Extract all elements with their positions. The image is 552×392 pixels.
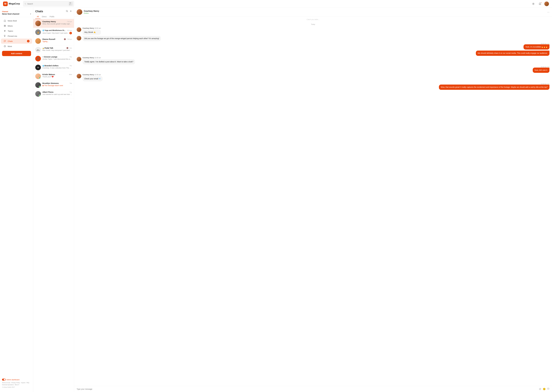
more-circle-icon <box>4 45 6 48</box>
svg-rect-3 <box>4 26 6 26</box>
sidebar-item-topics[interactable]: Topics <box>1 28 32 34</box>
message-row-sent: 10:32 am✓✓ Sure, let's see it. <box>77 65 549 73</box>
sidebar-item-mixes[interactable]: Mixes <box>1 23 32 28</box>
message-content: Courtney Henry 10:02 am Hey, Brook 🤙 <box>83 27 101 35</box>
chat-time: Thu <box>70 56 72 58</box>
sidebar-item-label: More <box>8 45 12 47</box>
svg-point-7 <box>5 46 5 46</box>
chat-preview: Courtney: A new collection from The Nort… <box>42 67 72 69</box>
sidebar-item-label: Pinned mix <box>8 35 17 37</box>
logo-icon: M <box>3 1 8 6</box>
more-footer-link[interactable]: More ▾ <box>15 384 19 386</box>
terms-link[interactable]: Terms of Use <box>2 382 10 384</box>
chat-item-branded[interactable]: TNF 🌐Branded clothes Thu Courtney: A new… <box>33 63 74 72</box>
search-bar[interactable]: ⌘ F <box>23 1 74 7</box>
attachment-button[interactable] <box>547 387 549 391</box>
message-time: 11:03 am✓✓ <box>439 83 549 84</box>
chat-name: Dianne Russell <box>42 38 55 40</box>
user-avatar[interactable] <box>544 1 549 6</box>
message-content: 11:03 am✓✓ Wow, that sounds great! It re… <box>439 82 549 90</box>
date-divider: Today <box>77 23 549 25</box>
chat-detail: Courtney Henry Online ··· Catch you latt… <box>74 8 552 392</box>
chats-tabs: All Direct Public <box>33 13 74 19</box>
chats-badge: 2 <box>27 40 29 42</box>
search-input[interactable] <box>27 3 68 5</box>
message-row: Courtney Henry 10:02 am Hey, Brook 🤙 <box>77 27 549 35</box>
admin-toggle-icon <box>2 378 6 381</box>
mention-button[interactable]: @ <box>539 388 541 390</box>
chat-item-courtney[interactable]: Courtney Henry 7:32 pm Wow, that sounds … <box>33 19 74 28</box>
channel-selector[interactable]: Channel News feed channel ▾ <box>0 10 33 17</box>
notification-dot <box>541 2 542 3</box>
message-bubble: Totally agree. I've drafted a post about… <box>83 59 135 64</box>
sidebar-item-news-feed[interactable]: News feed <box>1 18 32 23</box>
message-bubble: Did you see the footage we got of the or… <box>83 36 161 41</box>
chat-item-dianne[interactable]: Dianne Russell 🔇 7:32 pm Typing... <box>33 37 74 45</box>
svg-point-6 <box>4 46 5 46</box>
message-content: 10:32 am✓✓ Sure, let's see it. <box>533 65 549 73</box>
faq-link[interactable]: FAQ <box>27 382 29 384</box>
chat-info: 🔒Pedal Talk 🔇 Sun Max Smith: Hey everyon… <box>42 47 72 51</box>
message-row-sent: 11:03 am✓✓ Wow, that sounds great! It re… <box>77 82 549 90</box>
chats-search-button[interactable] <box>66 10 68 13</box>
chat-info: 👁Groove Lounge Thu Jordan Taylor: I just… <box>42 56 72 60</box>
topbar-right <box>531 1 549 6</box>
settings-button[interactable] <box>531 1 536 6</box>
general-questions-link[interactable]: General Questions <box>2 384 14 386</box>
chat-item-albert[interactable]: Albert Flores Tue Just wanted to catch u… <box>33 90 74 98</box>
chat-preview: Jane Kuper: Hey team! I just wanted to s… <box>42 32 69 34</box>
sidebar-item-label: Mixes <box>8 25 13 27</box>
contact-status: Online <box>84 12 546 14</box>
chat-time: Tue <box>70 91 72 93</box>
chat-item-kristin[interactable]: Kristin Watson Wed Thank you!!!❤️ <box>33 72 74 81</box>
svg-text:🧘: 🧘 <box>37 31 40 34</box>
tab-all[interactable]: All <box>35 14 40 19</box>
sidebar-item-chats[interactable]: Chats 2 <box>1 39 32 44</box>
chat-preview: Max Smith: Hey everyone! I just tried ou… <box>42 49 72 51</box>
chat-list: Courtney Henry 7:32 pm Wow, that sounds … <box>33 19 74 392</box>
chat-item-brooklyn[interactable]: Brooklyn Simmons Tue ◆The message wasn't… <box>33 81 74 90</box>
mute-icon: 🔇 <box>64 38 66 40</box>
chat-item-groove[interactable]: 🎵 👁Groove Lounge Thu Jordan Taylor: I ju… <box>33 54 74 63</box>
chat-preview: Just wanted to catch up and see how you'… <box>42 93 72 95</box>
sidebar-item-pinned-mix[interactable]: Pinned mix <box>1 34 32 39</box>
imprint-link[interactable]: Imprint <box>21 382 25 384</box>
chat-input-area: @ 🙂 <box>74 386 552 392</box>
chevron-down-icon: ▾ <box>30 13 31 15</box>
chat-info: Dianne Russell 🔇 7:32 pm Typing... <box>42 38 72 42</box>
hash-icon <box>4 30 6 32</box>
chat-item-yoga[interactable]: 🧘 🌐Yoga and Mindfulness Di... 5:03 am Ja… <box>33 28 74 37</box>
svg-point-8 <box>5 46 5 46</box>
channel-name-row[interactable]: News feed channel ▾ <box>2 13 31 15</box>
chat-preview-typing: Typing... <box>42 41 72 42</box>
message-time: 10:02 am✓✓ <box>524 43 549 44</box>
svg-rect-4 <box>4 26 6 27</box>
detail-more-button[interactable]: ··· <box>547 11 549 14</box>
chats-actions <box>66 10 72 13</box>
search-shortcut: ⌘ F <box>69 2 73 6</box>
emoji-button[interactable]: 🙂 <box>543 388 546 391</box>
chat-time: 7:32 pm <box>67 21 72 22</box>
message-bubble: Sure, let's see it. <box>533 68 549 73</box>
add-content-button[interactable]: Add content <box>2 51 31 56</box>
message-input[interactable] <box>77 388 538 390</box>
notifications-button[interactable] <box>538 1 542 6</box>
svg-point-1 <box>533 3 534 4</box>
tab-public[interactable]: Public <box>48 14 56 19</box>
privacy-link[interactable]: Privacy Policy <box>11 382 20 384</box>
sidebar-item-more[interactable]: More <box>1 44 32 49</box>
logo[interactable]: M MegaCorp <box>3 1 20 6</box>
chat-preview: Jordan Taylor: I just discovered this am… <box>42 58 72 60</box>
admin-dashboard-link[interactable]: Admin dashboard <box>2 378 31 381</box>
chat-item-pedal[interactable]: 🔒Pedal Talk 🔇 Sun Max Smith: Hey everyon… <box>33 45 74 54</box>
message-sender: Courtney Henry 10:30 am <box>83 74 103 76</box>
chat-name: Albert Flores <box>42 91 53 93</box>
contact-info: Courtney Henry Online <box>84 10 546 14</box>
chats-title: Chats <box>35 10 43 13</box>
sidebar-item-label: News feed <box>8 20 17 22</box>
tab-direct[interactable]: Direct <box>40 14 48 19</box>
chats-add-button[interactable] <box>70 10 72 13</box>
copyright: © tchop GmbH 2017 <box>2 386 31 388</box>
chat-info: Albert Flores Tue Just wanted to catch u… <box>42 91 72 95</box>
chat-time: Sun <box>69 47 72 49</box>
